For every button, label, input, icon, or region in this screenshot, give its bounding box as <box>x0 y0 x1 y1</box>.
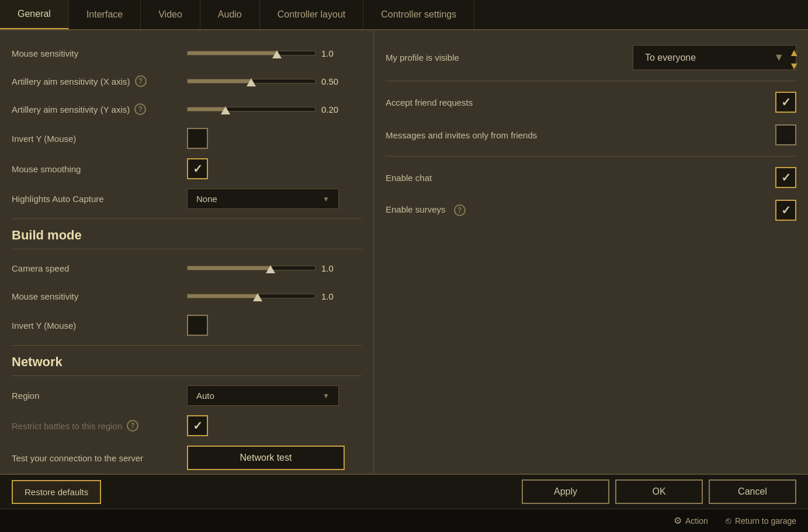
network-test-row: Test your connection to the server Netwo… <box>12 441 362 474</box>
bottom-bar: Restore defaults Apply OK Cancel <box>0 474 808 509</box>
left-panel: Mouse sensitivity 1.0 Artillery aim sens… <box>0 30 374 474</box>
camera-speed-label: Camera speed <box>12 263 187 273</box>
restrict-battles-control <box>187 415 362 436</box>
build-mouse-sensitivity-track <box>187 294 315 298</box>
enable-chat-checkbox[interactable] <box>775 167 796 188</box>
right-divider-2 <box>386 156 796 157</box>
camera-speed-value: 1.0 <box>321 263 342 273</box>
tab-bar: General Interface Video Audio Controller… <box>0 0 808 30</box>
invert-y-mouse-row: Invert Y (Mouse) <box>12 123 362 154</box>
messages-control <box>775 124 796 145</box>
return-icon: ⎋ <box>726 516 731 526</box>
enable-chat-control <box>775 167 796 188</box>
mouse-sensitivity-fill <box>188 51 277 55</box>
highlights-dropdown-arrow: ▼ <box>322 195 330 203</box>
messages-row: Messages and invites only from friends <box>386 119 796 151</box>
cancel-button[interactable]: Cancel <box>709 479 796 504</box>
artillery-x-row: Artillery aim sensitivity (X axis) ? 0.5… <box>12 67 362 95</box>
tab-general[interactable]: General <box>0 0 69 29</box>
scroll-down-arrow[interactable]: ▼ <box>789 60 799 72</box>
messages-label: Messages and invites only from friends <box>386 130 775 140</box>
mouse-smoothing-checkbox[interactable] <box>187 158 208 179</box>
enable-surveys-control <box>775 200 796 221</box>
profile-visible-dropdown[interactable]: To everyone ▼ <box>633 45 796 70</box>
network-test-button[interactable]: Network test <box>187 446 345 470</box>
footer-return: ⎋ Return to garage <box>726 516 796 526</box>
network-test-control: Network test <box>187 446 362 470</box>
mouse-sensitivity-label: Mouse sensitivity <box>12 48 187 58</box>
mouse-sensitivity-track <box>187 51 315 55</box>
artillery-y-help-icon[interactable]: ? <box>134 103 146 115</box>
artillery-y-row: Artillery aim sensitivity (Y axis) ? 0.2… <box>12 95 362 123</box>
mouse-sensitivity-row: Mouse sensitivity 1.0 <box>12 39 362 67</box>
bottom-right-buttons: Apply OK Cancel <box>522 479 796 504</box>
mouse-sensitivity-slider-container[interactable]: 1.0 <box>187 48 362 58</box>
invert-y-mouse-label: Invert Y (Mouse) <box>12 134 187 144</box>
tab-video[interactable]: Video <box>141 0 200 29</box>
action-label: Action <box>685 516 708 526</box>
restore-defaults-button[interactable]: Restore defaults <box>12 480 101 504</box>
scroll-up-arrow[interactable]: ▲ <box>789 47 799 59</box>
region-dropdown[interactable]: Auto ▼ <box>187 385 339 406</box>
scroll-arrows: ▲ ▼ <box>789 47 799 72</box>
build-mouse-sensitivity-control: 1.0 <box>187 291 362 301</box>
region-dropdown-arrow: ▼ <box>322 392 330 400</box>
accept-friends-checkbox[interactable] <box>775 92 796 113</box>
highlights-row: Highlights Auto Capture None ▼ <box>12 184 362 214</box>
artillery-x-slider-container[interactable]: 0.50 <box>187 77 362 86</box>
tab-audio[interactable]: Audio <box>200 0 260 29</box>
build-invert-y-label: Invert Y (Mouse) <box>12 321 187 331</box>
invert-y-mouse-checkbox[interactable] <box>187 128 208 149</box>
camera-speed-fill <box>188 266 271 270</box>
camera-speed-slider-container[interactable]: 1.0 <box>187 263 362 273</box>
enable-surveys-row: Enable surveys ? <box>386 194 796 227</box>
artillery-y-fill <box>188 107 226 111</box>
tab-controller-layout[interactable]: Controller layout <box>260 0 364 29</box>
mouse-smoothing-control <box>187 158 362 179</box>
footer: ⚙ Action ⎋ Return to garage <box>0 509 808 532</box>
highlights-dropdown[interactable]: None ▼ <box>187 189 339 209</box>
enable-surveys-help-icon[interactable]: ? <box>454 204 466 216</box>
invert-y-mouse-control <box>187 128 362 149</box>
divider-2 <box>12 249 362 249</box>
artillery-y-track <box>187 107 315 112</box>
tab-interface[interactable]: Interface <box>69 0 141 29</box>
right-divider-1 <box>386 81 796 81</box>
apply-button[interactable]: Apply <box>522 479 609 504</box>
artillery-x-help-icon[interactable]: ? <box>135 75 147 87</box>
divider-4 <box>12 375 362 376</box>
artillery-x-control: 0.50 <box>187 77 362 86</box>
camera-speed-track <box>187 266 315 270</box>
camera-speed-row: Camera speed 1.0 <box>12 254 362 282</box>
profile-visible-control: To everyone ▼ <box>633 45 796 70</box>
artillery-x-value: 0.50 <box>321 77 342 86</box>
region-label: Region <box>12 391 187 401</box>
build-mouse-sensitivity-row: Mouse sensitivity 1.0 <box>12 282 362 310</box>
enable-surveys-checkbox[interactable] <box>775 200 796 221</box>
restrict-battles-checkbox[interactable] <box>187 415 208 436</box>
camera-speed-control: 1.0 <box>187 263 362 273</box>
artillery-y-slider-container[interactable]: 0.20 <box>187 105 362 114</box>
messages-checkbox[interactable] <box>775 124 796 145</box>
build-mouse-sensitivity-value: 1.0 <box>321 291 342 301</box>
accept-friends-row: Accept friend requests <box>386 86 796 119</box>
build-mode-header: Build mode <box>12 228 362 243</box>
ok-button[interactable]: OK <box>615 479 703 504</box>
artillery-y-value: 0.20 <box>321 105 342 114</box>
build-invert-y-checkbox[interactable] <box>187 315 208 336</box>
highlights-control: None ▼ <box>187 189 362 209</box>
artillery-y-thumb <box>221 106 230 114</box>
tab-controller-settings[interactable]: Controller settings <box>363 0 474 29</box>
profile-visible-row: My profile is visible To everyone ▼ <box>386 39 796 76</box>
network-header: Network <box>12 354 362 370</box>
artillery-x-label: Artillery aim sensitivity (X axis) ? <box>12 75 187 87</box>
mouse-smoothing-row: Mouse smoothing <box>12 154 362 184</box>
build-mouse-sensitivity-slider[interactable]: 1.0 <box>187 291 362 301</box>
restrict-battles-help-icon[interactable]: ? <box>127 420 138 432</box>
action-icon: ⚙ <box>674 515 682 526</box>
return-label: Return to garage <box>735 516 796 526</box>
region-row: Region Auto ▼ <box>12 381 362 411</box>
profile-visible-dropdown-arrow: ▼ <box>774 51 784 64</box>
mouse-sensitivity-thumb <box>272 50 282 58</box>
artillery-x-track <box>187 79 315 84</box>
